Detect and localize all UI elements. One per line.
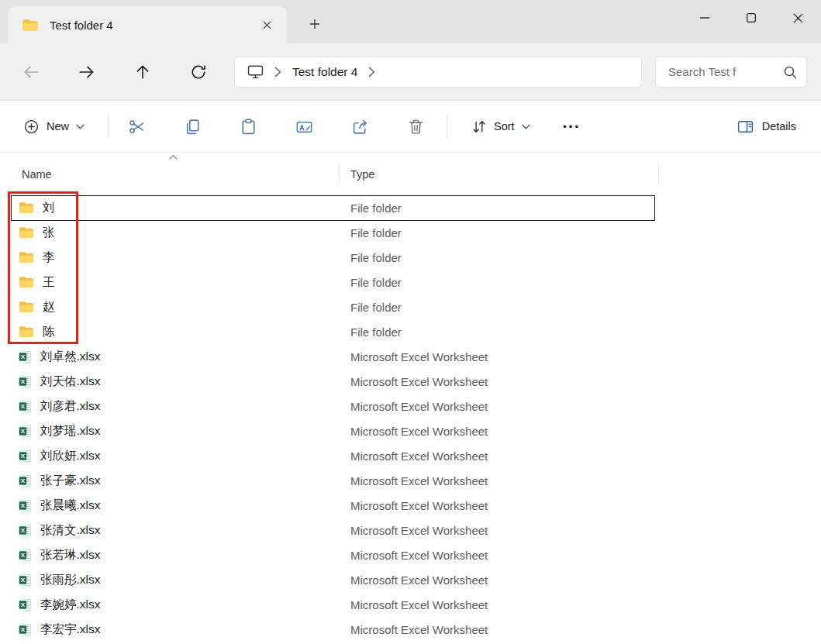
titlebar: Test folder 4 (0, 0, 821, 43)
folder-icon (19, 325, 34, 338)
svg-text:X: X (21, 527, 26, 534)
svg-text:X: X (21, 577, 26, 584)
file-type: Microsoft Excel Worksheet (339, 499, 658, 512)
table-row[interactable]: X 刘卓然.xlsx Microsoft Excel Worksheet (0, 344, 821, 369)
search-input[interactable] (668, 65, 783, 78)
table-row[interactable]: X 刘欣妍.xlsx Microsoft Excel Worksheet (0, 443, 821, 468)
close-button[interactable] (774, 0, 821, 36)
copy-button[interactable] (175, 109, 209, 143)
chevron-right-icon[interactable] (274, 67, 281, 77)
file-type: Microsoft Excel Worksheet (339, 449, 658, 463)
cut-button[interactable] (119, 109, 154, 143)
excel-file-icon: X (19, 400, 32, 413)
table-row[interactable]: X 张子豪.xlsx Microsoft Excel Worksheet (0, 468, 821, 493)
toolbar-separator (108, 115, 109, 138)
excel-file-icon: X (19, 375, 32, 388)
back-button[interactable] (16, 57, 47, 88)
table-row[interactable]: X 张雨彤.xlsx Microsoft Excel Worksheet (0, 567, 821, 592)
rename-button[interactable] (287, 109, 321, 143)
this-pc-icon[interactable] (247, 64, 264, 79)
file-type: Microsoft Excel Worksheet (339, 474, 658, 487)
maximize-button[interactable] (728, 0, 774, 36)
excel-file-icon: X (19, 350, 32, 363)
name-cell: X 刘欣妍.xlsx (0, 448, 339, 464)
file-type: Microsoft Excel Worksheet (339, 623, 658, 636)
more-options-button[interactable]: ••• (555, 109, 589, 143)
command-toolbar: New Sort (0, 101, 821, 153)
name-cell: X 张晨曦.xlsx (0, 498, 339, 514)
file-name: 李 (43, 250, 55, 266)
table-row[interactable]: X 刘梦瑶.xlsx Microsoft Excel Worksheet (0, 418, 821, 443)
new-tab-button[interactable] (301, 12, 329, 36)
name-cell: X 刘 (0, 200, 339, 216)
folder-icon (19, 201, 34, 214)
file-name: 刘梦瑶.xlsx (40, 423, 101, 439)
table-row[interactable]: X 李宏宇.xlsx Microsoft Excel Worksheet (0, 617, 821, 642)
file-type: Microsoft Excel Worksheet (339, 350, 658, 363)
svg-text:X: X (21, 353, 26, 360)
table-row[interactable]: X 张若琳.xlsx Microsoft Excel Worksheet (0, 542, 821, 567)
details-pane-icon (736, 118, 754, 136)
file-name: 李宏宇.xlsx (40, 622, 101, 638)
file-name: 刘天佑.xlsx (40, 374, 101, 390)
sort-button-label: Sort (494, 120, 515, 133)
file-name: 赵 (43, 299, 55, 315)
breadcrumb-location[interactable]: Test folder 4 (292, 65, 357, 79)
file-name: 张 (43, 225, 55, 241)
paste-button[interactable] (231, 109, 265, 143)
table-row[interactable]: X 王 File folder (0, 270, 821, 294)
share-button[interactable] (343, 109, 377, 143)
sort-icon (471, 119, 487, 135)
file-type: Microsoft Excel Worksheet (339, 573, 658, 587)
sort-ascending-icon (169, 154, 178, 160)
file-list: X 刘 File folder X 张 File folder X 李 File… (0, 195, 821, 642)
search-box[interactable] (655, 57, 807, 88)
svg-text:X: X (21, 378, 26, 385)
plus-circle-icon (23, 119, 40, 135)
forward-button[interactable] (71, 57, 102, 88)
table-row[interactable]: X 张 File folder (0, 220, 821, 245)
table-row[interactable]: X 李婉婷.xlsx Microsoft Excel Worksheet (0, 592, 821, 617)
tab-title: Test folder 4 (50, 19, 256, 32)
folder-icon (19, 276, 34, 288)
window-controls (681, 0, 821, 36)
column-header-type[interactable]: Type (350, 153, 374, 195)
minimize-button[interactable] (681, 0, 728, 36)
details-button[interactable]: Details (727, 109, 805, 143)
file-name: 李婉婷.xlsx (40, 597, 101, 613)
name-cell: X 刘卓然.xlsx (0, 349, 339, 365)
new-button[interactable]: New (14, 109, 94, 143)
file-type: File folder (339, 301, 658, 314)
svg-text:X: X (21, 428, 26, 435)
excel-file-icon: X (19, 549, 32, 562)
excel-file-icon: X (19, 598, 32, 611)
file-name: 王 (43, 274, 55, 291)
table-row[interactable]: X 刘 File folder (0, 195, 821, 220)
column-header-name[interactable]: Name (22, 153, 52, 195)
address-bar[interactable]: Test folder 4 (234, 57, 642, 88)
table-row[interactable]: X 张清文.xlsx Microsoft Excel Worksheet (0, 518, 821, 542)
search-icon[interactable] (783, 65, 797, 79)
sort-button[interactable]: Sort (461, 109, 540, 143)
explorer-tab[interactable]: Test folder 4 (8, 6, 287, 43)
table-row[interactable]: X 赵 File folder (0, 294, 821, 319)
column-divider[interactable] (339, 164, 340, 184)
table-row[interactable]: X 张晨曦.xlsx Microsoft Excel Worksheet (0, 493, 821, 518)
details-button-label: Details (762, 120, 796, 133)
chevron-right-icon[interactable] (368, 67, 375, 77)
name-cell: X 张 (0, 225, 339, 241)
table-row[interactable]: X 刘彦君.xlsx Microsoft Excel Worksheet (0, 394, 821, 418)
svg-text:X: X (21, 626, 26, 633)
file-name: 张雨彤.xlsx (40, 572, 101, 588)
column-divider[interactable] (658, 164, 659, 184)
table-row[interactable]: X 李 File folder (0, 245, 821, 270)
svg-text:X: X (21, 403, 26, 410)
refresh-button[interactable] (183, 57, 214, 88)
table-row[interactable]: X 陈 File folder (0, 319, 821, 344)
table-row[interactable]: X 刘天佑.xlsx Microsoft Excel Worksheet (0, 369, 821, 394)
tab-close-icon[interactable] (256, 14, 278, 36)
file-name: 刘卓然.xlsx (40, 349, 101, 365)
up-button[interactable] (127, 57, 158, 88)
delete-button[interactable] (398, 109, 433, 143)
file-type: File folder (339, 276, 658, 289)
